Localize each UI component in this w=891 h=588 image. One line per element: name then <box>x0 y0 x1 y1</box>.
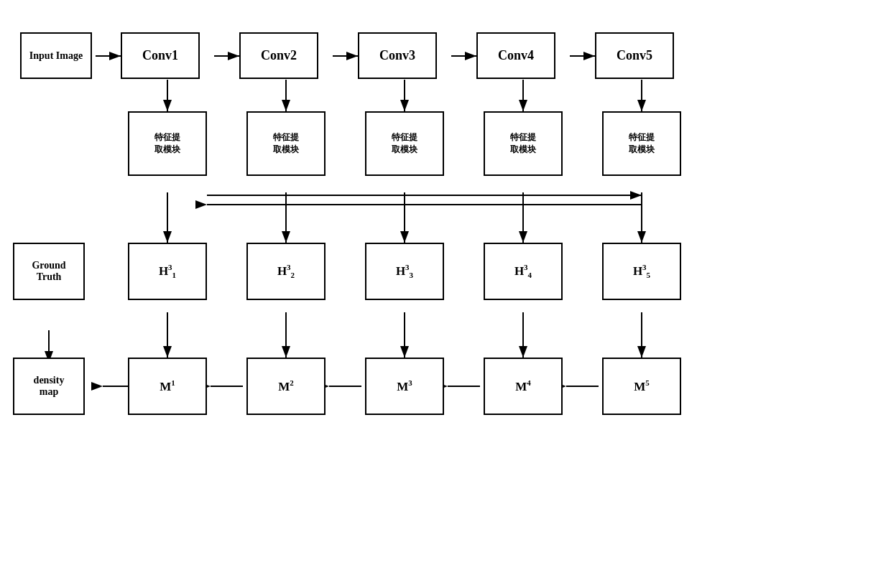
feat1-node: 特征提 取模块 <box>128 111 207 176</box>
h32-node: H32 <box>246 243 326 300</box>
m2-node: M2 <box>246 358 326 415</box>
h33-node: H33 <box>365 243 444 300</box>
m1-node: M1 <box>128 358 207 415</box>
conv1-node: Conv1 <box>121 32 200 79</box>
input-image-node: Input Image <box>20 32 92 79</box>
m5-node: M5 <box>602 358 681 415</box>
feat2-node: 特征提 取模块 <box>246 111 326 176</box>
m3-node: M3 <box>365 358 444 415</box>
h31-node: H31 <box>128 243 207 300</box>
conv3-node: Conv3 <box>358 32 437 79</box>
diagram-container: Input Image Conv1 Conv2 Conv3 Conv4 Conv… <box>0 0 891 588</box>
h34-node: H34 <box>484 243 563 300</box>
h35-node: H35 <box>602 243 681 300</box>
feat5-node: 特征提 取模块 <box>602 111 681 176</box>
feat3-node: 特征提 取模块 <box>365 111 444 176</box>
m4-node: M4 <box>484 358 563 415</box>
feat4-node: 特征提 取模块 <box>484 111 563 176</box>
density-map-node: densitymap <box>13 358 85 415</box>
conv5-node: Conv5 <box>595 32 674 79</box>
ground-truth-node: GroundTruth <box>13 243 85 300</box>
conv4-node: Conv4 <box>476 32 555 79</box>
conv2-node: Conv2 <box>239 32 318 79</box>
